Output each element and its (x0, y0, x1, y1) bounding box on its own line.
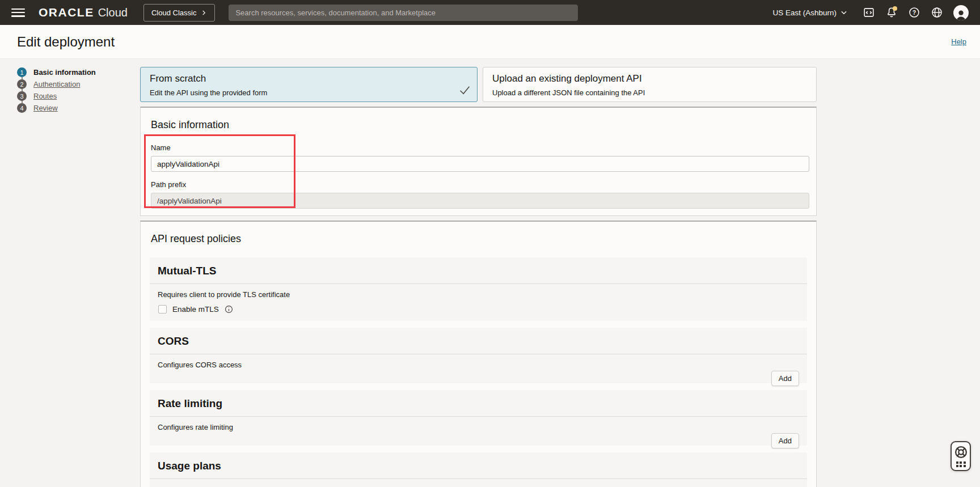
step-number-badge: 2 (17, 79, 27, 89)
support-launcher-button[interactable] (951, 441, 971, 471)
policy-description: Requires client to provide TLS certifica… (158, 290, 799, 299)
name-input[interactable] (151, 156, 809, 172)
step-number-badge: 1 (17, 67, 27, 77)
region-label: US East (Ashburn) (772, 9, 837, 17)
wizard-steps: 1 Basic information 2 Authentication 3 R… (0, 59, 140, 487)
section-heading: API request policies (151, 233, 807, 245)
language-icon[interactable] (931, 6, 943, 19)
rate-limiting-add-button[interactable]: Add (771, 433, 799, 448)
step-basic-information[interactable]: 1 Basic information (17, 66, 140, 78)
option-from-scratch[interactable]: From scratch Edit the API using the prov… (140, 67, 478, 102)
option-title: From scratch (150, 73, 468, 84)
policy-title: CORS (150, 328, 807, 354)
svg-text:?: ? (913, 10, 916, 16)
policy-rate-limiting: Rate limiting Configures rate limiting A… (150, 390, 807, 446)
option-subtitle: Upload a different JSON file containing … (492, 88, 807, 97)
dots-grid-icon (956, 461, 966, 468)
name-label: Name (151, 143, 807, 152)
notification-badge (893, 6, 897, 11)
info-icon[interactable] (225, 305, 233, 314)
life-ring-icon (954, 445, 968, 459)
menu-icon[interactable] (11, 9, 25, 17)
search-input[interactable] (229, 5, 578, 21)
brand-cloud-text: Cloud (98, 6, 128, 19)
section-heading: Basic information (151, 119, 807, 131)
user-avatar[interactable] (953, 5, 969, 20)
step-label: Basic information (33, 68, 96, 77)
option-upload-existing-api[interactable]: Upload an existing deployment API Upload… (483, 67, 817, 102)
step-authentication[interactable]: 2 Authentication (17, 78, 140, 90)
notifications-icon[interactable] (885, 6, 898, 19)
path-prefix-input (151, 193, 809, 209)
help-icon[interactable]: ? (908, 6, 920, 19)
cloud-classic-label: Cloud Classic (151, 9, 196, 17)
enable-mtls-label: Enable mTLS (172, 305, 219, 314)
step-number-badge: 4 (17, 103, 27, 113)
step-link[interactable]: Review (33, 104, 58, 112)
step-number-badge: 3 (17, 91, 27, 101)
region-selector[interactable]: US East (Ashburn) (772, 9, 848, 17)
topbar-actions: US East (Ashburn) ? (772, 5, 969, 20)
content-area: 1 Basic information 2 Authentication 3 R… (0, 59, 980, 487)
selected-check-icon (459, 86, 470, 97)
policy-usage-plans: Usage plans Configures usage plans Add (150, 452, 807, 487)
step-link[interactable]: Authentication (33, 80, 80, 88)
enable-mtls-checkbox[interactable] (158, 305, 167, 314)
policy-title: Rate limiting (150, 390, 807, 417)
page-header: Edit deployment Help (0, 25, 980, 59)
policy-description: Configures rate limiting (158, 423, 799, 431)
policy-mutual-tls: Mutual-TLS Requires client to provide TL… (150, 257, 807, 321)
cors-add-button[interactable]: Add (771, 371, 799, 386)
main-panel: From scratch Edit the API using the prov… (140, 59, 817, 487)
policy-title: Usage plans (150, 452, 807, 479)
path-prefix-label: Path prefix (151, 180, 807, 189)
basic-information-section: Basic information Name Path prefix (140, 107, 817, 216)
top-navigation-bar: ORACLE Cloud Cloud Classic US East (Ashb… (0, 0, 980, 25)
page-title: Edit deployment (17, 34, 115, 50)
chevron-down-icon (840, 9, 848, 16)
option-title: Upload an existing deployment API (492, 73, 807, 84)
option-subtitle: Edit the API using the provided form (150, 88, 468, 97)
cloud-shell-icon[interactable] (863, 6, 875, 19)
step-link[interactable]: Routes (33, 92, 57, 100)
chevron-right-icon (201, 10, 207, 16)
help-link[interactable]: Help (951, 37, 966, 46)
policy-title: Mutual-TLS (150, 257, 807, 284)
api-request-policies-section: API request policies Mutual-TLS Requires… (140, 221, 817, 487)
step-review[interactable]: 4 Review (17, 102, 140, 114)
oracle-cloud-logo[interactable]: ORACLE Cloud (39, 6, 128, 19)
step-routes[interactable]: 3 Routes (17, 90, 140, 102)
policy-description: Configures CORS access (158, 361, 799, 369)
source-option-cards: From scratch Edit the API using the prov… (140, 67, 817, 102)
brand-oracle-text: ORACLE (39, 6, 94, 19)
policy-cors: CORS Configures CORS access Add (150, 328, 807, 383)
cloud-classic-button[interactable]: Cloud Classic (143, 4, 215, 22)
